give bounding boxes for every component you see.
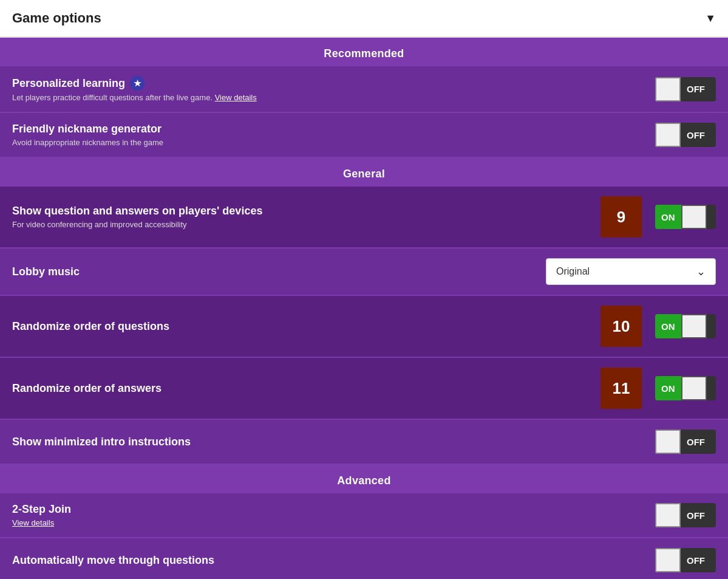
toggle-off-label: OFF [681, 130, 711, 140]
toggle-thumb [655, 123, 681, 147]
show-questions-text: Show question and answers on players' de… [12, 205, 600, 229]
star-badge-icon: ★ [130, 76, 145, 91]
randomize-answers-title: Randomize order of answers [12, 382, 600, 395]
general-section-label: General [0, 158, 728, 187]
toggle-off-label: OFF [681, 510, 711, 521]
auto-move-controls[interactable]: OFF [655, 548, 716, 572]
friendly-nickname-subtitle: Avoid inappropriate nicknames in the gam… [12, 138, 655, 147]
two-step-join-text: 2-Step Join View details [12, 503, 655, 527]
minimized-intro-row: Show minimized intro instructions OFF [0, 420, 728, 464]
toggle-thumb [681, 376, 707, 400]
randomize-questions-controls[interactable]: 10 ON [600, 306, 716, 347]
lobby-music-row: Lobby music Original ⌄ [0, 248, 728, 295]
two-step-join-title: 2-Step Join [12, 503, 655, 516]
randomize-questions-toggle[interactable]: ON [655, 314, 716, 338]
personalized-learning-controls[interactable]: OFF [655, 77, 716, 101]
toggle-thumb [655, 548, 681, 572]
randomize-questions-text: Randomize order of questions [12, 320, 600, 333]
minimized-intro-controls[interactable]: OFF [655, 430, 716, 454]
lobby-music-title: Lobby music [12, 266, 546, 278]
show-questions-controls[interactable]: 9 ON [600, 196, 716, 238]
randomize-answers-text: Randomize order of answers [12, 382, 600, 395]
toggle-thumb [681, 314, 707, 338]
toggle-thumb [655, 430, 681, 454]
randomize-answers-controls[interactable]: 11 ON [600, 368, 716, 409]
toggle-on-label: ON [655, 314, 681, 338]
page-title: Game options [12, 10, 101, 26]
show-questions-row: Show question and answers on players' de… [0, 187, 728, 247]
chevron-down-icon: ▼ [705, 12, 716, 25]
lobby-music-dropdown[interactable]: Original ⌄ [546, 258, 716, 285]
personalized-learning-view-details[interactable]: View details [215, 93, 257, 102]
chevron-down-icon: ⌄ [696, 265, 706, 278]
auto-move-toggle[interactable]: OFF [655, 548, 716, 572]
lobby-music-text: Lobby music [12, 266, 546, 278]
two-step-join-controls[interactable]: OFF [655, 503, 716, 527]
toggle-thumb [655, 77, 681, 101]
two-step-join-view-details[interactable]: View details [12, 518, 54, 527]
friendly-nickname-title: Friendly nickname generator [12, 123, 655, 135]
toggle-off-label: OFF [681, 555, 711, 566]
two-step-join-row: 2-Step Join View details OFF [0, 493, 728, 537]
randomize-questions-row: Randomize order of questions 10 ON [0, 296, 728, 357]
randomize-questions-number-badge: 10 [600, 306, 642, 347]
recommended-section-label: Recommended [0, 38, 728, 66]
friendly-nickname-toggle[interactable]: OFF [655, 123, 716, 147]
friendly-nickname-controls[interactable]: OFF [655, 123, 716, 147]
toggle-off-label: OFF [681, 84, 711, 94]
randomize-questions-title: Randomize order of questions [12, 320, 600, 333]
personalized-learning-subtitle: Let players practice difficult questions… [12, 93, 655, 102]
minimized-intro-text: Show minimized intro instructions [12, 436, 655, 448]
minimized-intro-title: Show minimized intro instructions [12, 436, 655, 448]
toggle-on-label: ON [655, 205, 681, 229]
personalized-learning-text: Personalized learning ★ Let players prac… [12, 76, 655, 102]
main-content: Recommended Personalized learning ★ Let … [0, 38, 728, 579]
personalized-learning-row: Personalized learning ★ Let players prac… [0, 66, 728, 112]
friendly-nickname-text: Friendly nickname generator Avoid inappr… [12, 123, 655, 147]
toggle-off-label: OFF [681, 437, 711, 447]
lobby-music-dropdown-value: Original [556, 266, 590, 277]
personalized-learning-title: Personalized learning ★ [12, 76, 655, 91]
randomize-answers-row: Randomize order of answers 11 ON [0, 358, 728, 419]
auto-move-row: Automatically move through questions OFF [0, 538, 728, 579]
advanced-section-label: Advanced [0, 465, 728, 493]
auto-move-text: Automatically move through questions [12, 554, 655, 567]
show-questions-number-badge: 9 [600, 196, 642, 238]
two-step-join-subtitle: View details [12, 518, 655, 527]
show-questions-toggle[interactable]: ON [655, 205, 716, 229]
friendly-nickname-row: Friendly nickname generator Avoid inappr… [0, 113, 728, 157]
toggle-thumb [655, 503, 681, 527]
lobby-music-controls[interactable]: Original ⌄ [546, 258, 716, 285]
show-questions-title: Show question and answers on players' de… [12, 205, 600, 218]
auto-move-title: Automatically move through questions [12, 554, 655, 567]
game-options-header[interactable]: Game options ▼ [0, 0, 728, 38]
randomize-answers-toggle[interactable]: ON [655, 376, 716, 400]
two-step-join-toggle[interactable]: OFF [655, 503, 716, 527]
toggle-on-label: ON [655, 376, 681, 400]
randomize-answers-number-badge: 11 [600, 368, 642, 409]
toggle-thumb [681, 205, 707, 229]
personalized-learning-toggle[interactable]: OFF [655, 77, 716, 101]
show-questions-subtitle: For video conferencing and improved acce… [12, 220, 600, 229]
minimized-intro-toggle[interactable]: OFF [655, 430, 716, 454]
